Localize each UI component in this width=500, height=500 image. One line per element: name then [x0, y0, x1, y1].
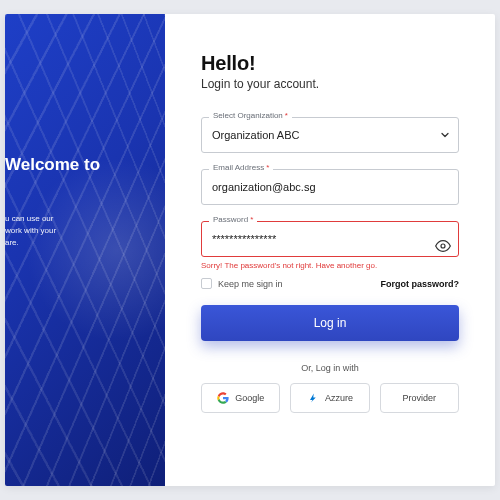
password-field[interactable]: [201, 221, 459, 257]
required-marker: *: [266, 163, 269, 172]
form-heading: Hello!: [201, 52, 459, 75]
google-button[interactable]: Google: [201, 383, 280, 413]
hero-title-line1: Welcome to: [5, 155, 100, 174]
page-root: Welcome to u can use our work with your …: [0, 0, 500, 500]
keep-label: Keep me sign in: [218, 279, 283, 289]
org-label: Select Organization*: [209, 111, 292, 120]
azure-label: Azzure: [325, 393, 353, 403]
options-row: Keep me sign in Forgot password?: [201, 278, 459, 289]
google-icon: [217, 392, 229, 404]
hero-title: Welcome to: [5, 154, 165, 175]
org-field: Select Organization*: [201, 117, 459, 153]
chevron-down-icon[interactable]: [439, 129, 451, 141]
hero-content: Welcome to u can use our work with your …: [5, 14, 165, 249]
required-marker: *: [250, 215, 253, 224]
or-divider: Or, Log in with: [201, 363, 459, 373]
providers-row: Google Azzure Provider: [201, 383, 459, 413]
password-error: Sorry! The password's not right. Have an…: [201, 261, 459, 270]
provider-label: Provider: [403, 393, 437, 403]
login-button[interactable]: Log in: [201, 305, 459, 341]
provider-button[interactable]: Provider: [380, 383, 459, 413]
azure-button[interactable]: Azzure: [290, 383, 369, 413]
google-label: Google: [235, 393, 264, 403]
eye-icon[interactable]: [435, 238, 451, 254]
password-label: Password*: [209, 215, 257, 224]
keep-checkbox[interactable]: [201, 278, 212, 289]
azure-icon: [307, 392, 319, 404]
hero-desc: u can use our work with your are.: [5, 213, 165, 249]
keep-signed-in[interactable]: Keep me sign in: [201, 278, 283, 289]
form-subheading: Login to your account.: [201, 77, 459, 91]
password-field-wrap: Password* Sorry! The password's not righ…: [201, 221, 459, 270]
forgot-password-link[interactable]: Forgot password?: [381, 279, 460, 289]
hero-panel: Welcome to u can use our work with your …: [5, 14, 165, 486]
svg-point-0: [441, 244, 445, 248]
form-panel: Hello! Login to your account. Select Org…: [165, 14, 495, 486]
hero-desc-line1: u can use our: [5, 214, 53, 223]
email-field[interactable]: [201, 169, 459, 205]
email-label: Email Address*: [209, 163, 273, 172]
hero-desc-line2: work with your: [5, 226, 56, 235]
org-select[interactable]: [201, 117, 459, 153]
hero-desc-line3: are.: [5, 238, 19, 247]
email-field-wrap: Email Address*: [201, 169, 459, 205]
required-marker: *: [285, 111, 288, 120]
login-card: Welcome to u can use our work with your …: [5, 14, 495, 486]
